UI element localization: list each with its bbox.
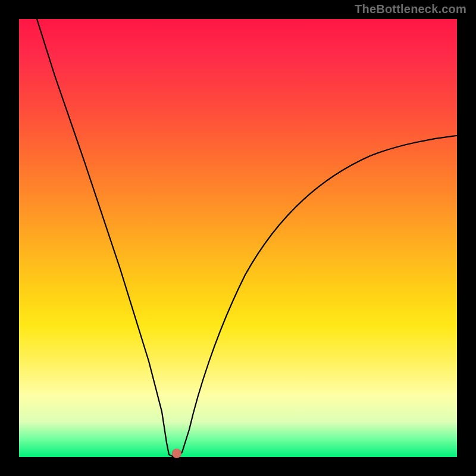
attribution-label: TheBottleneck.com xyxy=(355,2,466,16)
chart-frame: TheBottleneck.com xyxy=(0,0,476,476)
optimum-marker xyxy=(172,449,181,458)
bottleneck-curve xyxy=(19,19,457,457)
plot-area xyxy=(19,19,457,457)
